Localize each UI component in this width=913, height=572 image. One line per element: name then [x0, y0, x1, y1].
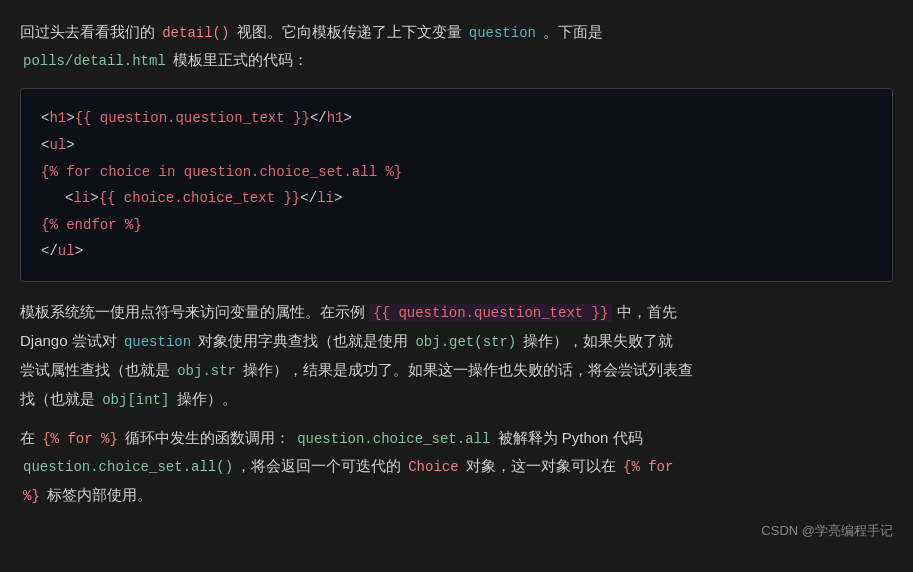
desc-p1-mid4: 操作），如果失败了就	[519, 332, 673, 349]
code-line-1: <h1>{{ question.question_text }}</h1>	[41, 105, 872, 132]
desc-p2-mid3: ，将会返回一个可迭代的	[236, 457, 405, 474]
desc-p2-choice-call: question.choice_set.all()	[20, 458, 236, 476]
desc-p1-mid2: Django 尝试对	[20, 332, 121, 349]
template-path-code: polls/detail.html	[20, 52, 169, 70]
desc-p2-choice-set: question.choice_set.all	[294, 430, 493, 448]
desc-p1-before: 模板系统统一使用点符号来访问变量的属性。在示例	[20, 303, 369, 320]
desc-p2-choice: Choice	[405, 458, 461, 476]
intro-paragraph: 回过头去看看我们的 detail() 视图。它向模板传递了上下文变量 quest…	[20, 18, 893, 74]
intro-text-before: 回过头去看看我们的	[20, 23, 159, 40]
desc-p1-mid5: 尝试属性查找（也就是	[20, 361, 174, 378]
desc-p2-mid4: 对象，这一对象可以在	[462, 457, 620, 474]
desc-p1-end: 操作）。	[172, 390, 236, 407]
intro-text-mid: 视图。它向模板传递了上下文变量	[232, 23, 465, 40]
code-line-3: {% for choice in question.choice_set.all…	[41, 159, 872, 186]
intro-line2-after: 模板里正式的代码：	[169, 51, 308, 68]
code-block: <h1>{{ question.question_text }}</h1> <u…	[20, 88, 893, 282]
desc-p1-mid1: 中，首先	[612, 303, 676, 320]
desc-p2-before: 在	[20, 429, 39, 446]
desc-p1-mid6: 操作），结果是成功了。如果这一操作也失败的话，将会尝试列表查	[239, 361, 693, 378]
code-line-6: </ul>	[41, 238, 872, 265]
intro-text-after: 。下面是	[539, 23, 603, 40]
detail-func-code: detail()	[159, 24, 232, 42]
code-line-2: <ul>	[41, 132, 872, 159]
description-para2: 在 {% for %} 循环中发生的函数调用： question.choice_…	[20, 424, 893, 511]
footer: CSDN @学亮编程手记	[20, 520, 893, 542]
desc-p2-end: %}	[20, 487, 43, 505]
code-line-5: {% endfor %}	[41, 212, 872, 239]
code-line-4: <li>{{ choice.choice_text }}</li>	[41, 185, 872, 212]
desc-p1-mid7: 找（也就是	[20, 390, 99, 407]
desc-p1-mid3: 对象使用字典查找（也就是使用	[194, 332, 412, 349]
desc-p1-get: obj.get(str)	[412, 333, 519, 351]
desc-p2-last: 标签内部使用。	[43, 486, 152, 503]
desc-p2-mid2: 被解释为 Python 代码	[498, 429, 643, 446]
question-var-code: question	[466, 24, 539, 42]
desc-p2-mid1: 循环中发生的函数调用：	[121, 429, 290, 446]
desc-p2-for: {% for %}	[39, 430, 121, 448]
desc-p1-index: obj[int]	[99, 391, 172, 409]
desc-p1-obj: question	[121, 333, 194, 351]
desc-p1-str: obj.str	[174, 362, 239, 380]
footer-text: CSDN @学亮编程手记	[761, 523, 893, 538]
desc-p1-var: {{ question.question_text }}	[369, 304, 612, 322]
description-para1: 模板系统统一使用点符号来访问变量的属性。在示例 {{ question.ques…	[20, 298, 893, 414]
desc-p2-for2: {% for	[620, 458, 676, 476]
